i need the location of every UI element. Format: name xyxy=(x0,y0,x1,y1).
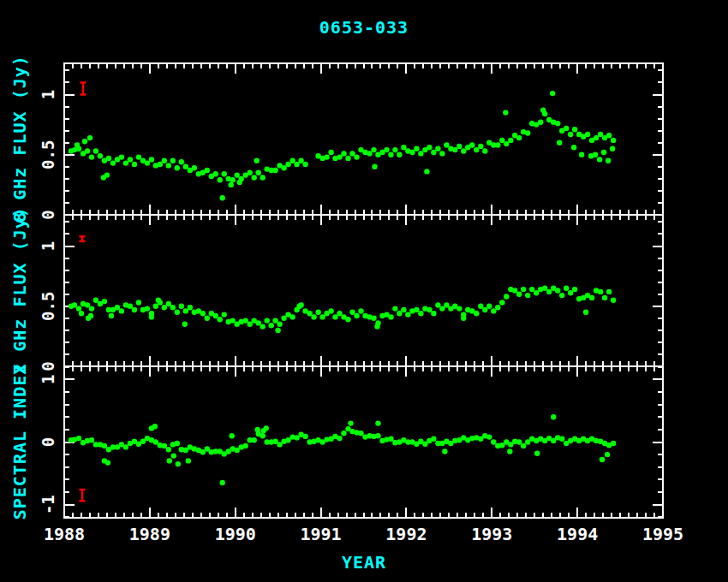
data-point xyxy=(145,160,150,165)
data-point xyxy=(156,298,161,303)
data-point xyxy=(175,441,180,446)
data-point xyxy=(106,156,111,161)
x-tick-label: 1991 xyxy=(300,524,341,544)
data-point xyxy=(123,444,128,449)
data-point xyxy=(401,307,406,312)
data-point xyxy=(589,295,594,300)
data-point xyxy=(132,162,137,167)
data-point xyxy=(424,169,429,174)
data-point xyxy=(260,175,266,180)
data-point xyxy=(499,138,504,143)
data-point xyxy=(375,420,380,425)
data-point xyxy=(349,310,355,315)
data-point xyxy=(401,145,406,150)
data-point xyxy=(119,154,124,159)
data-point xyxy=(392,147,397,152)
data-point xyxy=(597,157,602,162)
data-point xyxy=(542,286,547,291)
data-point xyxy=(179,304,184,309)
data-point xyxy=(555,288,560,293)
data-point xyxy=(109,313,114,318)
data-point xyxy=(610,146,615,151)
data-point xyxy=(388,152,393,157)
data-point xyxy=(176,461,181,466)
data-point xyxy=(345,156,350,161)
data-point xyxy=(397,152,402,157)
data-point xyxy=(375,433,380,438)
data-point xyxy=(348,420,353,425)
x-tick-label: 1992 xyxy=(385,524,427,544)
data-point xyxy=(275,328,280,333)
data-point xyxy=(98,153,103,158)
data-point xyxy=(559,293,564,298)
data-point xyxy=(392,306,397,311)
data-point xyxy=(568,290,573,295)
data-point xyxy=(512,288,517,293)
data-point xyxy=(564,126,569,131)
data-point xyxy=(456,306,462,311)
data-point xyxy=(213,171,218,176)
data-point xyxy=(594,135,599,140)
data-point xyxy=(272,168,277,173)
data-point xyxy=(256,170,261,175)
data-point xyxy=(431,436,436,442)
data-point xyxy=(491,308,496,313)
data-point xyxy=(371,316,376,321)
x-tick-label: 1990 xyxy=(215,524,256,544)
data-point xyxy=(311,314,316,319)
data-point xyxy=(179,159,184,164)
data-point xyxy=(516,439,522,444)
y-tick-label: -1 xyxy=(39,495,57,514)
data-point xyxy=(229,182,234,187)
y-tick-label: 0.5 xyxy=(39,140,57,169)
data-point xyxy=(319,314,325,319)
data-point xyxy=(571,145,576,150)
data-point xyxy=(371,147,376,152)
data-point xyxy=(611,298,616,303)
data-point xyxy=(606,289,612,294)
data-point xyxy=(256,320,261,325)
x-tick-label: 1993 xyxy=(471,524,512,544)
data-point xyxy=(358,431,363,436)
data-point xyxy=(237,180,242,185)
data-point xyxy=(75,142,80,147)
data-point xyxy=(115,305,120,310)
data-point xyxy=(235,172,240,177)
data-point xyxy=(486,434,492,439)
data-point xyxy=(431,311,436,316)
data-point xyxy=(302,434,307,439)
data-point xyxy=(456,144,462,149)
data-point xyxy=(136,300,141,305)
data-point xyxy=(171,453,176,458)
data-point xyxy=(220,195,225,200)
data-point xyxy=(248,322,253,327)
data-point xyxy=(499,300,504,305)
data-point xyxy=(367,151,372,156)
data-point xyxy=(218,317,223,322)
data-point xyxy=(508,138,513,143)
data-point xyxy=(606,133,612,138)
data-point xyxy=(152,424,158,429)
data-point xyxy=(461,148,466,153)
data-point xyxy=(354,313,359,318)
data-point xyxy=(252,175,257,180)
data-point xyxy=(461,316,466,321)
data-point xyxy=(298,158,303,163)
data-point xyxy=(559,436,564,442)
data-point xyxy=(76,436,81,441)
data-point xyxy=(166,301,171,306)
data-point xyxy=(372,164,377,169)
data-point xyxy=(606,158,611,163)
data-point xyxy=(504,294,509,299)
data-point xyxy=(474,311,479,316)
data-point xyxy=(269,323,274,328)
data-point xyxy=(397,311,402,316)
data-point xyxy=(529,287,534,292)
data-point xyxy=(213,313,218,318)
data-point xyxy=(252,437,257,442)
data-point xyxy=(538,120,543,125)
data-point xyxy=(409,150,415,155)
data-point xyxy=(205,168,210,173)
data-point xyxy=(534,451,540,456)
data-point xyxy=(167,458,172,463)
